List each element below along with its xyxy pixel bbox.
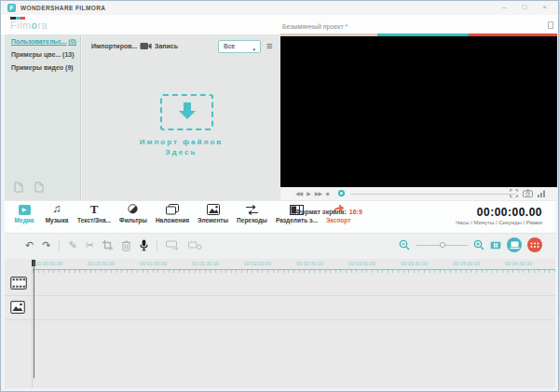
toolbar-divider [157, 240, 157, 251]
marker-button[interactable] [166, 240, 180, 250]
import-button[interactable]: Импортиров...▼ [91, 43, 143, 49]
elements-icon [207, 204, 220, 215]
tab-text[interactable]: T Текст/Зна... [77, 203, 111, 223]
track-header-column [5, 259, 33, 388]
tab-label: Экспорт [326, 217, 350, 223]
undo-button[interactable]: ↶ [25, 238, 34, 252]
tab-label: Фильтры [119, 217, 147, 223]
dots-grid-icon [530, 242, 539, 249]
tab-overlays[interactable]: Наложения [156, 204, 189, 223]
zoom-in-button[interactable] [473, 239, 484, 250]
crop-button[interactable] [102, 240, 113, 250]
logo-text: Film [10, 20, 32, 31]
tab-label: Переходы [237, 217, 267, 223]
filter-selected-value: Все [224, 43, 235, 49]
keypad-view-button[interactable] [527, 237, 542, 252]
file-icon [34, 182, 44, 193]
dropzone-caption: Импорт файлов Здесь [82, 137, 280, 157]
stop-button[interactable]: ■ [326, 190, 329, 197]
project-tab[interactable]: Безымянный проект * [282, 23, 348, 30]
seek-handle[interactable] [338, 190, 345, 196]
sidebar-item-user-media[interactable]: Пользовательс... (0) ← [5, 34, 80, 47]
library-sidebar: Пользовательс... (0) ← Примеры цве... (1… [5, 34, 81, 200]
sidebar-item-count: (9) [65, 64, 74, 71]
split-button[interactable]: ✂ [86, 238, 94, 252]
sidebar-item-label: Пользовательс... [11, 38, 66, 45]
tab-label: Музыка [46, 217, 69, 223]
record-button[interactable]: Запись [140, 42, 178, 50]
zoom-slider-handle[interactable] [440, 242, 445, 248]
overlays-icon [166, 204, 179, 215]
next-frame-button[interactable]: ▶▶ [315, 190, 321, 197]
ruler-label: 00:03:00.00 [348, 261, 375, 266]
filmora-window: F WONDERSHARE FILMORA – □ × Filmora Безы… [0, 0, 559, 392]
tab-filters[interactable]: Фильтры [119, 203, 147, 223]
timeline-mode-button[interactable] [507, 237, 522, 252]
voiceover-mic-button[interactable] [140, 239, 148, 251]
import-button-label: Импортиров... [91, 43, 137, 49]
image-track-icon[interactable] [10, 301, 25, 314]
maximize-button[interactable]: □ [522, 2, 526, 13]
preview-top-stripe [280, 34, 557, 36]
header-row: Filmora Безымянный проект * [1, 15, 558, 34]
tab-transitions[interactable]: Переходы [237, 205, 267, 223]
delete-button[interactable] [121, 240, 131, 251]
ruler-label: 00:02:30.00 [296, 261, 323, 266]
sidebar-item-sample-colors[interactable]: Примеры цве... (13) [5, 47, 80, 61]
sidebar-item-sample-videos[interactable]: Примеры видео (9) [5, 61, 80, 74]
fit-timeline-button[interactable] [490, 241, 501, 250]
tab-label: Текст/Зна... [77, 217, 111, 223]
aspect-ratio-value: 16:9 [349, 209, 362, 215]
ruler-label: 00:01:00.00 [140, 261, 167, 266]
preview-player[interactable] [280, 34, 557, 187]
tab-media[interactable]: ▶ Медиа [12, 205, 36, 223]
playhead-line[interactable] [34, 262, 34, 378]
tab-music[interactable]: ♫ Музыка [45, 203, 69, 223]
import-dropzone[interactable] [160, 94, 213, 130]
app-logo-icon: F [7, 4, 16, 12]
ruler-ticks [33, 269, 555, 273]
zoom-out-button[interactable] [399, 239, 410, 250]
main-nav-strip: ▶ Медиа ♫ Музыка T Текст/Зна... Фильтры … [5, 200, 555, 234]
ruler-label: 00:04:00.00 [453, 261, 480, 266]
minimize-button[interactable]: – [502, 2, 506, 13]
logo-text-end: ra [37, 20, 48, 31]
track-divider [5, 319, 555, 320]
seek-track[interactable] [350, 194, 516, 195]
transitions-icon [245, 205, 259, 215]
timecode-display: 00:00:00.00 [477, 206, 542, 219]
snapshot-camera-icon[interactable] [523, 189, 533, 197]
media-filter-dropdown[interactable]: Все ▼ [218, 40, 261, 53]
ruler-label: 00:00:30.00 [88, 261, 115, 266]
camera-icon [140, 42, 152, 50]
menu-icon[interactable]: ≡ [266, 39, 272, 52]
ruler-label: 00:04:30.00 [505, 261, 532, 266]
tab-label: Элементы [198, 217, 228, 223]
music-icon: ♫ [53, 203, 61, 215]
media-icon: ▶ [19, 205, 31, 215]
tab-elements[interactable]: Элементы [198, 204, 228, 223]
toolbar-divider [59, 240, 60, 251]
window-title: WONDERSHARE FILMORA [20, 5, 105, 11]
redo-button[interactable]: ↷ [42, 238, 50, 252]
timeline-zoom-slider[interactable] [416, 245, 468, 246]
panel-toggle-icon[interactable] [548, 21, 553, 29]
volume-icon[interactable] [538, 190, 546, 197]
timeline-panel[interactable]: 00:00:00.00 00:00:30.00 00:01:00.00 00:0… [5, 259, 555, 388]
sidebar-item-count: (13) [62, 51, 74, 58]
collapse-arrow-icon[interactable]: ← [70, 38, 77, 47]
laptop-icon [510, 241, 520, 250]
aspect-ratio-label: Формат экрана:16:9 [295, 209, 362, 215]
close-button[interactable]: × [542, 2, 547, 13]
edit-button[interactable]: ✎ [68, 238, 76, 252]
track-manager-button[interactable] [188, 240, 202, 250]
file-icon [14, 182, 23, 193]
video-track-icon[interactable] [10, 277, 27, 290]
previous-frame-button[interactable]: ◀◀ [295, 190, 302, 197]
play-button[interactable]: ▶ [307, 190, 310, 197]
fullscreen-icon[interactable] [510, 189, 518, 197]
titlebar: F WONDERSHARE FILMORA – □ × [1, 1, 558, 15]
sidebar-item-label: Примеры цве... [11, 51, 61, 58]
tab-label: Медиа [15, 217, 34, 223]
ruler-label: 00:03:30.00 [401, 261, 428, 266]
